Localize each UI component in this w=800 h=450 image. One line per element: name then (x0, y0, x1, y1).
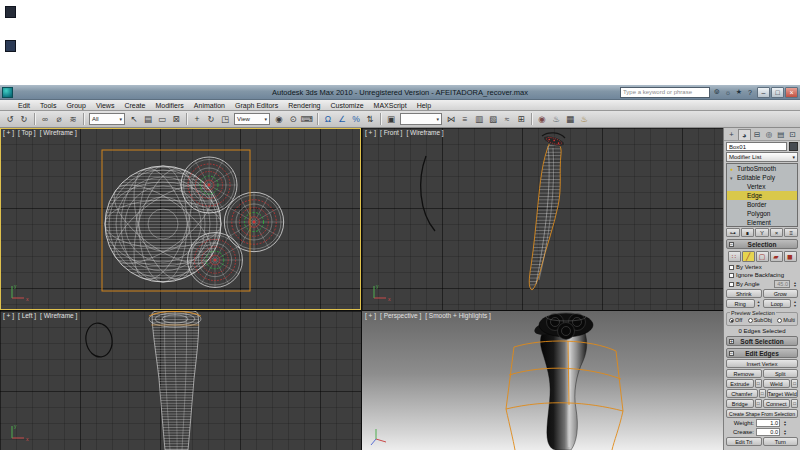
grow-button[interactable]: Grow (763, 289, 799, 298)
viewport-shading-menu[interactable]: [ Wireframe ] (40, 312, 77, 319)
preview-option-radio[interactable]: Off (729, 317, 742, 323)
stack-item[interactable]: Polygon (727, 209, 797, 218)
stack-item[interactable]: Element (727, 218, 797, 227)
by-angle-spinner[interactable]: ▴▾ (792, 281, 798, 288)
turn-button[interactable]: Turn (763, 437, 799, 446)
by-angle-value-field[interactable]: 45.0 (774, 280, 790, 288)
infocenter-search-icon[interactable]: ⊚ (712, 87, 722, 98)
percent-snap-icon[interactable]: % (349, 112, 363, 127)
pin-stack-icon[interactable]: ⊶ (726, 228, 740, 237)
chamfer-button[interactable]: Chamfer (726, 389, 758, 398)
top-viewport[interactable]: [ + ] [ Top ] [ Wireframe ] (0, 128, 361, 310)
crease-field[interactable]: 0.0 (756, 428, 780, 436)
viewport-pov-menu[interactable]: [ Perspective ] (380, 312, 421, 319)
bind-to-spacewarp-icon[interactable]: ≋ (66, 112, 80, 127)
stack-item[interactable]: Border (727, 200, 797, 209)
weight-field[interactable]: 1.0 (756, 419, 780, 427)
soft-selection-rollout-header[interactable]: + Soft Selection (726, 336, 798, 346)
element-mode-icon[interactable]: ◼ (784, 251, 797, 262)
create-shape-button[interactable]: Create Shape From Selection (726, 409, 798, 418)
bridge-button[interactable]: Bridge (726, 399, 754, 408)
render-setup-icon[interactable]: ♨ (549, 112, 563, 127)
edit-tri-button[interactable]: Edit Tri (726, 437, 762, 446)
select-and-link-icon[interactable]: ∞ (38, 112, 52, 127)
viewport-general-menu[interactable]: [ + ] (365, 129, 376, 136)
preview-option-radio[interactable]: Multi (777, 317, 795, 323)
edit-named-selection-sets-icon[interactable]: ▣ (384, 112, 398, 127)
graphite-ribbon-icon[interactable]: ▧ (486, 112, 500, 127)
infocenter-search-input[interactable] (620, 87, 710, 98)
motion-tab[interactable]: ◎ (763, 129, 774, 140)
viewport-shading-menu[interactable]: [ Wireframe ] (40, 129, 77, 136)
display-tab[interactable]: ▤ (775, 129, 786, 140)
insert-vertex-button[interactable]: Insert Vertex (726, 359, 798, 368)
menu-item[interactable]: Tools (35, 102, 61, 109)
modifier-list-dropdown[interactable]: Modifier List ▾ (726, 152, 798, 162)
viewport-general-menu[interactable]: [ + ] (365, 312, 376, 319)
named-selection-dropdown[interactable]: ▾ (400, 113, 442, 125)
desktop-icon-1[interactable] (5, 6, 16, 18)
menu-item[interactable]: Edit (13, 102, 35, 109)
close-button[interactable]: × (785, 87, 798, 98)
make-unique-icon[interactable]: Y (755, 228, 769, 237)
weld-button[interactable]: Weld (763, 379, 791, 388)
show-end-result-icon[interactable]: ∎ (741, 228, 755, 237)
maximize-button[interactable]: □ (771, 87, 784, 98)
menu-item[interactable]: Animation (189, 102, 230, 109)
vertex-mode-icon[interactable]: ∷ (728, 251, 741, 262)
mirror-icon[interactable]: ⋈ (444, 112, 458, 127)
ring-spinner[interactable]: ▴▾ (756, 300, 762, 307)
menu-item[interactable]: Modifiers (150, 102, 188, 109)
extrude-settings-icon[interactable]: □ (755, 379, 762, 388)
target-weld-button[interactable]: Target Weld (767, 389, 799, 398)
chamfer-settings-icon[interactable]: □ (759, 389, 766, 398)
stack-item[interactable]: Edge (727, 191, 797, 200)
menu-item[interactable]: Group (61, 102, 90, 109)
hierarchy-tab[interactable]: ⊟ (752, 129, 763, 140)
perspective-viewport[interactable]: [ + ] [ Perspective ] [ Smooth + Highlig… (362, 311, 723, 450)
reference-coordinate-dropdown[interactable]: View▾ (234, 113, 270, 125)
app-logo-icon[interactable] (2, 87, 13, 98)
desktop-icon-2[interactable] (5, 40, 16, 52)
stack-item[interactable]: ▾ Editable Poly (727, 173, 797, 182)
select-and-manipulate-icon[interactable]: ⊙ (286, 112, 300, 127)
extrude-button[interactable]: Extrude (726, 379, 754, 388)
by-angle-checkbox[interactable] (729, 282, 734, 287)
edge-mode-icon[interactable]: ╱ (742, 251, 755, 262)
select-and-move-icon[interactable]: + (190, 112, 204, 127)
viewport-general-menu[interactable]: [ + ] (3, 129, 14, 136)
rendered-frame-window-icon[interactable]: ▦ (563, 112, 577, 127)
rectangular-region-icon[interactable]: ▭ (155, 112, 169, 127)
object-color-swatch[interactable] (789, 142, 798, 151)
align-icon[interactable]: ≡ (458, 112, 472, 127)
window-crossing-icon[interactable]: ⊠ (169, 112, 183, 127)
border-mode-icon[interactable]: ▢ (756, 251, 769, 262)
select-by-name-icon[interactable]: ▤ (141, 112, 155, 127)
menu-item[interactable]: Rendering (283, 102, 325, 109)
menu-item[interactable]: Create (119, 102, 150, 109)
weld-settings-icon[interactable]: □ (791, 379, 798, 388)
viewport-shading-menu[interactable]: [ Smooth + Highlights ] (425, 312, 491, 319)
split-button[interactable]: Split (763, 369, 799, 378)
ring-button[interactable]: Ring (726, 299, 755, 308)
connect-settings-icon[interactable]: □ (791, 399, 798, 408)
select-object-icon[interactable]: ↖ (127, 112, 141, 127)
communication-center-icon[interactable]: ☼ (723, 87, 733, 98)
viewport-shading-menu[interactable]: [ Wireframe ] (406, 129, 443, 136)
utilities-tab[interactable]: ⊡ (787, 129, 798, 140)
shrink-button[interactable]: Shrink (726, 289, 762, 298)
select-and-scale-icon[interactable]: ◳ (218, 112, 232, 127)
angle-snap-icon[interactable]: ∠ (335, 112, 349, 127)
polygon-mode-icon[interactable]: ▰ (770, 251, 783, 262)
bridge-settings-icon[interactable]: □ (755, 399, 762, 408)
create-tab[interactable]: + (726, 129, 737, 140)
stack-item[interactable]: Vertex (727, 182, 797, 191)
menu-item[interactable]: Graph Editors (230, 102, 283, 109)
weight-spinner[interactable]: ▴▾ (782, 420, 788, 427)
edit-edges-rollout-header[interactable]: − Edit Edges (726, 348, 798, 358)
use-pivot-center-icon[interactable]: ◉ (272, 112, 286, 127)
by-vertex-checkbox[interactable]: By Vertex (729, 264, 798, 270)
undo-icon[interactable]: ↺ (3, 112, 17, 127)
render-production-icon[interactable]: ♨ (577, 112, 591, 127)
connect-button[interactable]: Connect (763, 399, 791, 408)
